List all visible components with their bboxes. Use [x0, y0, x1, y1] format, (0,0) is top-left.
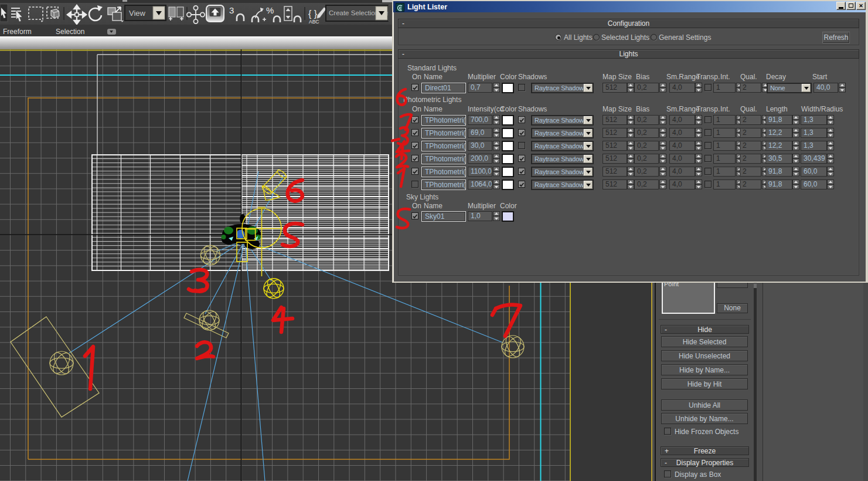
- svg-text:{ }: { }: [308, 9, 318, 19]
- svg-text:ABC: ABC: [309, 19, 319, 25]
- svg-text:3: 3: [229, 5, 234, 15]
- svg-text:%: %: [266, 5, 274, 15]
- svg-text:View: View: [129, 9, 146, 18]
